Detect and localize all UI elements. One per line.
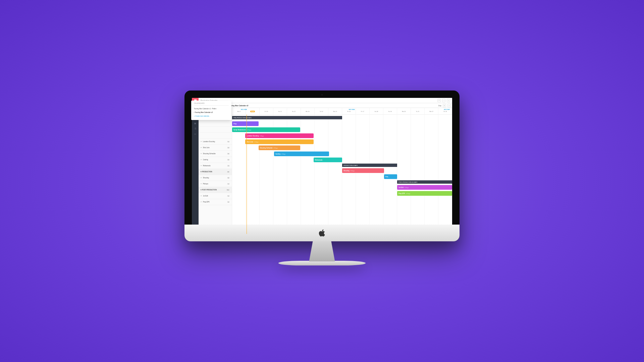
more-button[interactable]: ⋯: [442, 99, 445, 102]
date-col: Mo 13: [301, 108, 315, 114]
phase-bar[interactable]: POST-PRODUCTION · 16 DAYS: [397, 180, 452, 184]
task-bar-edit[interactable]: 1st Edit5 Days: [397, 185, 452, 190]
search-button[interactable]: ⚲: [443, 104, 446, 107]
week-label: NOV W47: [444, 109, 450, 110]
list-item[interactable]: ⚑Pickups1d: [199, 181, 232, 187]
list-item[interactable]: ⚑Shooting Schedule3d: [199, 151, 232, 157]
list-icon[interactable]: ☰: [194, 127, 197, 130]
date-col: Sa 11: [273, 108, 287, 114]
date-col: Sa 18: [370, 108, 383, 114]
calendar-option[interactable]: Touring Man Calendar v1 - Prelim: [194, 107, 229, 111]
toolbar: ⛓ ☆ ⟳ ☰ 58 Events in Touring Man Calenda…: [199, 103, 452, 108]
list-item[interactable]: ⚑Prep EPK4d: [199, 199, 232, 205]
monitor-bezel: ⌂ ⛓ ⬚ ▦ ☰ ▭ Production Calendar ? ⋯ ▽: [184, 90, 460, 241]
app-screen: ⌂ ⛓ ⬚ ▦ ☰ ▭ Production Calendar ? ⋯ ▽: [192, 98, 452, 234]
phase-bar[interactable]: PRODUCTION · 4 DAYS: [342, 164, 397, 167]
add-button[interactable]: +: [447, 104, 451, 107]
camera-dot: [321, 94, 323, 96]
dropdown-title: CALENDARS: [194, 103, 229, 106]
list-item[interactable]: [199, 133, 232, 139]
task-bar-rehearsals[interactable]: Rehearsals: [314, 158, 342, 162]
group-header[interactable]: ▾ POST-PRODUCTION16d: [199, 187, 232, 193]
list-item[interactable]: [199, 127, 232, 133]
today-indicator: [247, 115, 247, 234]
gantt-timeline[interactable]: NOV W45 NOV W46 NOV W47 We 8 Th 9 Fr 10 …: [232, 108, 452, 234]
help-button[interactable]: ?: [437, 99, 441, 102]
topbar: Production Calendar ? ⋯ ▽: [199, 98, 452, 103]
calendar-option-active[interactable]: • Touring Man Calendar v2: [194, 111, 229, 114]
filter-button[interactable]: ▽: [447, 99, 450, 102]
date-col: We 22: [425, 108, 438, 114]
task-bar-casting[interactable]: Casting4 Days: [274, 152, 329, 156]
task-bar-shooting[interactable]: Shooting3 Days: [342, 168, 384, 173]
date-col: Su 19: [383, 108, 397, 114]
list-item[interactable]: [199, 121, 232, 127]
task-bar-schedule[interactable]: Shooting Schedule3 Days: [259, 145, 301, 150]
week-label: NOV W46: [349, 109, 355, 110]
task-bar-epk[interactable]: Prep EPK4 Days: [397, 191, 452, 196]
date-col: Tu 14: [315, 108, 328, 114]
card-icon[interactable]: ▭: [194, 132, 197, 135]
calendar-icon[interactable]: ▦: [194, 121, 197, 125]
list-item[interactable]: ⚑Shot Lists4d: [199, 145, 232, 151]
week-label: NOV W45: [241, 109, 247, 110]
monitor-chin: [184, 225, 460, 241]
list-item[interactable]: ⚑Casting4d: [199, 157, 232, 163]
date-col: We 15: [328, 108, 342, 114]
date-col: Fr 17: [356, 108, 370, 114]
date-col: Mo 20: [397, 108, 411, 114]
task-bar-script[interactable]: Script Breakdowns5 Days: [232, 127, 300, 132]
group-header[interactable]: ▾ PRODUCTION4d: [199, 169, 232, 175]
date-header: NOV W45 NOV W46 NOV W47 We 8 Th 9 Fr 10 …: [232, 108, 452, 115]
task-bar-prep[interactable]: Prep: [232, 121, 259, 126]
task-bar-shotlists[interactable]: Shot Lists4 Days: [245, 139, 313, 144]
view-select[interactable]: Day: [438, 105, 441, 107]
date-col: Tu 21: [411, 108, 425, 114]
monitor-base: [278, 261, 366, 265]
date-col-today: Th 9: [246, 108, 260, 114]
task-bar-pickups[interactable]: Pick...: [384, 174, 397, 179]
date-col: Su 12: [287, 108, 301, 114]
calendars-dropdown: CALENDARS Touring Man Calendar v1 - Prel…: [192, 101, 231, 120]
task-bar-location[interactable]: Location Scouting5 Days: [245, 133, 313, 138]
list-item[interactable]: ⚑1st Edit5d: [199, 193, 232, 199]
task-sidebar: 52 TOTAL DAYS ⚑Location Scouting5d ⚑Shot…: [199, 108, 232, 234]
monitor-stand: [304, 241, 340, 261]
list-item[interactable]: ⚑Shooting3d: [199, 175, 232, 181]
create-calendar-link[interactable]: + Create new calendar...: [194, 114, 229, 118]
list-item[interactable]: ⚑Location Scouting5d: [199, 139, 232, 145]
phase-bar[interactable]: PRE-PRODUCTION · 28 DAYS: [232, 116, 342, 119]
monitor-mockup: ⌂ ⛓ ⬚ ▦ ☰ ▭ Production Calendar ? ⋯ ▽: [184, 90, 460, 272]
date-col: Fr 10: [260, 108, 273, 114]
list-item[interactable]: ⚑Rehearsals2d: [199, 163, 232, 169]
apple-logo-icon: [318, 229, 326, 237]
